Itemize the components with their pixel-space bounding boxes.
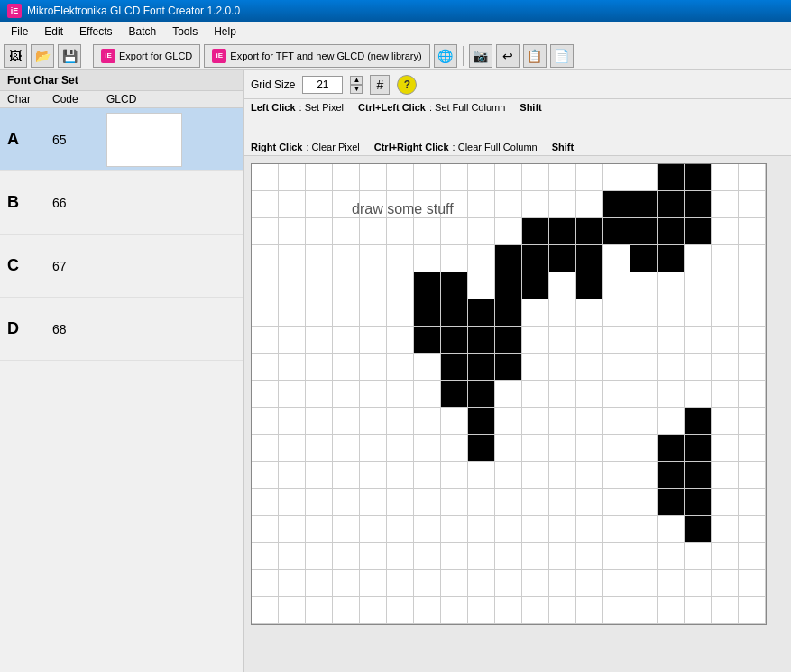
pixel-cell[interactable]: [522, 354, 549, 381]
pixel-cell[interactable]: [739, 327, 766, 354]
pixel-cell[interactable]: [576, 218, 603, 245]
pixel-cell[interactable]: [360, 272, 387, 299]
pixel-cell[interactable]: [387, 489, 414, 516]
pixel-cell[interactable]: [252, 462, 279, 489]
pixel-cell[interactable]: [739, 299, 766, 327]
pixel-cell[interactable]: [279, 570, 306, 597]
pixel-cell[interactable]: [387, 408, 414, 435]
pixel-cell[interactable]: [549, 543, 576, 570]
pixel-cell[interactable]: [252, 489, 279, 516]
pixel-cell[interactable]: [549, 489, 576, 516]
pixel-cell[interactable]: [495, 570, 522, 597]
pixel-cell[interactable]: [306, 245, 333, 272]
pixel-cell[interactable]: [387, 299, 414, 327]
pixel-cell[interactable]: [441, 408, 468, 435]
pixel-cell[interactable]: [576, 354, 603, 381]
pixel-cell[interactable]: [630, 516, 658, 543]
pixel-cell[interactable]: [658, 354, 685, 381]
pixel-cell[interactable]: [603, 516, 630, 543]
pixel-cell[interactable]: [739, 516, 766, 543]
pixel-cell[interactable]: [576, 570, 603, 597]
pixel-cell[interactable]: [387, 516, 414, 543]
pixel-cell[interactable]: [279, 543, 306, 570]
pixel-cell[interactable]: [603, 543, 630, 570]
pixel-cell[interactable]: [468, 381, 495, 408]
pixel-cell[interactable]: [252, 435, 279, 462]
new-button[interactable]: 🖼: [4, 44, 27, 68]
pixel-cell[interactable]: [712, 570, 739, 597]
pixel-cell[interactable]: [279, 327, 306, 354]
pixel-cell[interactable]: [495, 164, 522, 191]
pixel-cell[interactable]: [549, 164, 576, 191]
pixel-cell[interactable]: [333, 435, 360, 462]
pixel-cell[interactable]: [441, 435, 468, 462]
pixel-cell[interactable]: [603, 462, 630, 489]
pixel-cell[interactable]: [252, 272, 279, 299]
pixel-cell[interactable]: [603, 164, 630, 191]
pixel-cell[interactable]: [630, 354, 658, 381]
pixel-cell[interactable]: [603, 489, 630, 516]
pixel-cell[interactable]: [414, 381, 441, 408]
pixel-cell[interactable]: [279, 272, 306, 299]
pixel-cell[interactable]: [252, 354, 279, 381]
pixel-cell[interactable]: [495, 489, 522, 516]
pixel-cell[interactable]: [739, 543, 766, 570]
pixel-cell[interactable]: [576, 299, 603, 327]
pixel-cell[interactable]: [658, 191, 685, 218]
pixel-cell[interactable]: [712, 462, 739, 489]
pixel-cell[interactable]: [360, 489, 387, 516]
pixel-cell[interactable]: [387, 381, 414, 408]
pixel-cell[interactable]: [712, 354, 739, 381]
pixel-cell[interactable]: [712, 408, 739, 435]
pixel-cell[interactable]: [360, 218, 387, 245]
pixel-cell[interactable]: [495, 516, 522, 543]
pixel-cell[interactable]: [414, 489, 441, 516]
pixel-cell[interactable]: [630, 489, 658, 516]
pixel-cell[interactable]: [414, 435, 441, 462]
pixel-cell[interactable]: [468, 354, 495, 381]
export-glcd-button[interactable]: iE Export for GLCD: [93, 44, 200, 68]
pixel-cell[interactable]: [333, 570, 360, 597]
pixel-cell[interactable]: [630, 272, 658, 299]
pixel-cell[interactable]: [630, 408, 658, 435]
pixel-cell[interactable]: [468, 218, 495, 245]
pixel-cell[interactable]: [360, 543, 387, 570]
pixel-cell[interactable]: [685, 516, 712, 543]
pixel-cell[interactable]: [360, 327, 387, 354]
pixel-cell[interactable]: [279, 462, 306, 489]
pixel-cell[interactable]: [739, 164, 766, 191]
pixel-cell[interactable]: [549, 327, 576, 354]
grid-size-input[interactable]: [302, 76, 343, 94]
pixel-cell[interactable]: [712, 327, 739, 354]
pixel-cell[interactable]: [252, 245, 279, 272]
pixel-cell[interactable]: [576, 597, 603, 624]
pixel-cell[interactable]: [603, 245, 630, 272]
pixel-cell[interactable]: [630, 462, 658, 489]
pixel-cell[interactable]: [630, 218, 658, 245]
pixel-cell[interactable]: [441, 516, 468, 543]
pixel-cell[interactable]: [279, 435, 306, 462]
pixel-cell[interactable]: [252, 164, 279, 191]
pixel-cell[interactable]: [279, 489, 306, 516]
pixel-cell[interactable]: [576, 245, 603, 272]
pixel-cell[interactable]: [712, 597, 739, 624]
pixel-cell[interactable]: [306, 435, 333, 462]
pixel-cell[interactable]: [549, 272, 576, 299]
pixel-cell[interactable]: [630, 245, 658, 272]
pixel-cell[interactable]: [549, 354, 576, 381]
pixel-cell[interactable]: [333, 408, 360, 435]
pixel-cell[interactable]: [306, 191, 333, 218]
pixel-cell[interactable]: [468, 489, 495, 516]
pixel-cell[interactable]: [306, 570, 333, 597]
pixel-cell[interactable]: [414, 272, 441, 299]
pixel-cell[interactable]: [549, 381, 576, 408]
pixel-cell[interactable]: [549, 408, 576, 435]
pixel-cell[interactable]: [712, 245, 739, 272]
pixel-cell[interactable]: [576, 543, 603, 570]
pixel-cell[interactable]: [387, 354, 414, 381]
pixel-cell[interactable]: [414, 570, 441, 597]
pixel-cell[interactable]: [495, 272, 522, 299]
pixel-cell[interactable]: [468, 462, 495, 489]
pixel-cell[interactable]: [522, 218, 549, 245]
pixel-cell[interactable]: [685, 299, 712, 327]
